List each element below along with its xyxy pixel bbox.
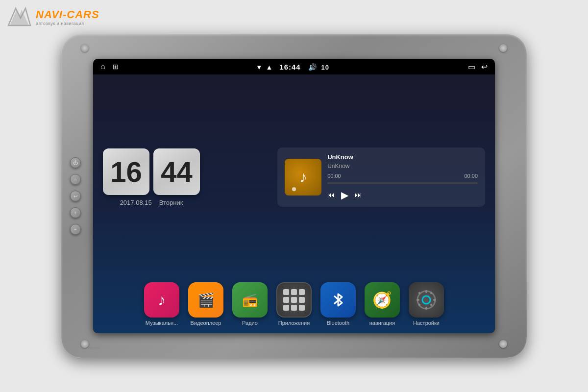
app-item-video[interactable]: 🎬 Видеоплеер	[188, 282, 223, 326]
power-icon: ⏻	[73, 160, 78, 166]
screw-tr	[499, 44, 507, 52]
app-item-apps[interactable]: Приложения	[276, 282, 312, 326]
music-time-row: 00:00 00:00	[327, 173, 478, 179]
navigation-app-icon: 🧭	[365, 282, 400, 318]
svg-rect-8	[416, 299, 419, 301]
music-controls: ⏮ ▶ ⏭	[327, 189, 478, 201]
vol-down-icon: −	[74, 227, 77, 232]
side-buttons-left: ⏻ ⌂ ↩ + −	[70, 157, 81, 235]
battery-icon: ▭	[468, 62, 475, 72]
clock-widget: 16 44 2017.08.15 Вторник	[103, 148, 200, 206]
apps-status-icon[interactable]: ⊞	[113, 63, 119, 71]
music-app-label: Музыкальн...	[146, 320, 178, 326]
music-note-icon: ♪	[299, 168, 307, 186]
screw-tl	[81, 44, 89, 52]
vol-up-button[interactable]: +	[70, 207, 81, 218]
video-app-icon: 🎬	[188, 282, 223, 318]
screen-bezel: ⌂ ⊞ ▾ ▲ 16:44 🔊 10 ▭ ↩ 16	[93, 59, 495, 333]
play-pause-button[interactable]: ▶	[341, 189, 348, 201]
screw-bl	[81, 340, 89, 348]
back-side-button[interactable]: ↩	[70, 191, 81, 201]
clock-date: 2017.08.15	[120, 199, 152, 206]
vol-down-button[interactable]: −	[70, 224, 81, 235]
logo-icon	[6, 6, 33, 28]
apps-app-icon	[276, 282, 312, 318]
svg-rect-6	[425, 290, 427, 293]
music-progress-bar[interactable]	[327, 182, 478, 184]
music-current-time: 00:00	[327, 173, 341, 179]
navigation-app-label: навигация	[369, 320, 395, 326]
reset-label: Reset	[88, 345, 100, 350]
music-widget: ♪ UnKnow UnKnow 00:00 00:00 ⏮	[277, 147, 485, 207]
status-bar: ⌂ ⊞ ▾ ▲ 16:44 🔊 10 ▭ ↩	[93, 59, 495, 74]
bluetooth-app-label: Bluetooth	[327, 320, 349, 326]
settings-app-label: Настройки	[413, 320, 440, 326]
app-item-bluetooth[interactable]: Bluetooth	[320, 282, 356, 326]
clock-hour: 16	[103, 148, 149, 195]
svg-point-5	[424, 298, 428, 302]
app-item-music[interactable]: ♪ Музыкальн...	[144, 282, 179, 326]
music-artist: UnKnow	[327, 163, 478, 170]
bluetooth-app-icon	[320, 282, 356, 318]
widgets-area: 16 44 2017.08.15 Вторник ♪	[93, 74, 495, 280]
clock-minute: 44	[153, 148, 200, 195]
volume-level: 10	[321, 64, 329, 71]
grid-icon	[279, 285, 309, 315]
music-total-time: 00:00	[464, 173, 478, 179]
radio-app-icon: 📻	[232, 282, 268, 318]
wifi-icon: ▾	[257, 63, 261, 71]
bluetooth-icon	[329, 291, 347, 309]
back-status-icon[interactable]: ↩	[481, 62, 488, 72]
logo-text-area: NAVI-CARS автозвук и навигация	[36, 8, 99, 26]
page-indicator-dot	[292, 187, 296, 191]
apps-grid: ♪ Музыкальн... 🎬 Видеоплеер	[103, 282, 485, 326]
music-app-icon: ♪	[144, 282, 179, 318]
logo: NAVI-CARS автозвук и навигация	[6, 6, 99, 28]
screen-content: 16 44 2017.08.15 Вторник ♪	[93, 74, 495, 333]
logo-brand: NAVI-CARS	[36, 8, 99, 21]
home-status-icon[interactable]: ⌂	[100, 62, 105, 71]
current-time: 16:44	[279, 63, 300, 71]
vol-up-icon: +	[74, 210, 77, 216]
clock-digits: 16 44	[103, 148, 200, 195]
radio-app-label: Радио	[242, 320, 258, 326]
logo-tagline: автозвук и навигация	[36, 21, 99, 26]
video-app-label: Видеоплеер	[191, 320, 221, 326]
svg-rect-9	[433, 299, 436, 301]
home-icon: ⌂	[74, 177, 77, 182]
back-icon: ↩	[74, 194, 77, 199]
app-item-navigation[interactable]: 🧭 навигация	[365, 282, 400, 326]
apps-area: ♪ Музыкальн... 🎬 Видеоплеер	[93, 280, 495, 333]
music-album-art: ♪	[285, 159, 321, 196]
clock-info: 2017.08.15 Вторник	[120, 199, 183, 206]
status-bar-left: ⌂ ⊞	[100, 62, 119, 71]
clock-day: Вторник	[159, 199, 183, 206]
next-track-button[interactable]: ⏭	[354, 191, 362, 199]
apps-app-label: Приложения	[278, 320, 310, 326]
svg-rect-7	[425, 307, 427, 310]
status-bar-center: ▾ ▲ 16:44 🔊 10	[257, 63, 329, 71]
car-unit: ⏻ ⌂ ↩ + − ⌂ ⊞ ▾ ▲ 16:44 🔊 10	[61, 34, 527, 358]
settings-icon	[416, 289, 437, 311]
music-info: UnKnow UnKnow 00:00 00:00 ⏮ ▶ ⏭	[327, 153, 478, 201]
app-item-radio[interactable]: 📻 Радио	[232, 282, 268, 326]
signal-icon: ▲	[266, 63, 273, 71]
settings-app-icon	[409, 282, 444, 318]
power-button[interactable]: ⏻	[70, 157, 81, 168]
screw-br	[499, 340, 507, 348]
prev-track-button[interactable]: ⏮	[327, 191, 335, 199]
app-item-settings[interactable]: Настройки	[409, 282, 444, 326]
status-bar-right: ▭ ↩	[468, 62, 488, 72]
volume-icon: 🔊	[308, 63, 317, 71]
home-side-button[interactable]: ⌂	[70, 174, 81, 185]
music-title: UnKnow	[327, 153, 478, 161]
